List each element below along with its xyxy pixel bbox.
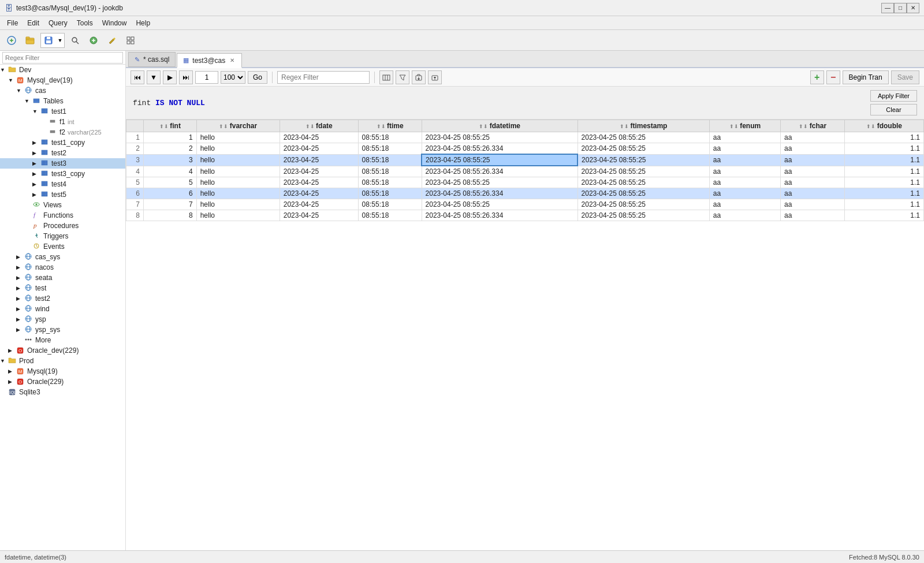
cell-fvarchar-5[interactable]: hello <box>196 177 280 188</box>
cell-fdatetime-8[interactable]: 2023-04-25 08:55:26.334 <box>422 210 578 221</box>
tree-arrow-ysp[interactable]: ▶ <box>16 316 24 322</box>
tree-item-events[interactable]: Events <box>0 241 125 252</box>
cell-fint-2[interactable]: 2 <box>144 143 197 155</box>
tree-arrow-test3[interactable]: ▶ <box>32 161 40 166</box>
col-header-fdouble[interactable]: ⬆⬇ fdouble <box>845 120 924 132</box>
tree-arrow-nacos[interactable]: ▶ <box>16 264 24 270</box>
grid-icon-button[interactable] <box>122 32 139 49</box>
tree-item-test1_copy[interactable]: ▶test1_copy <box>0 137 125 148</box>
cell-fdatetime-5[interactable]: 2023-04-25 08:55:25 <box>422 177 578 188</box>
cell-fdouble-2[interactable]: 1.1 <box>845 143 924 155</box>
tree-item-test4[interactable]: ▶test4 <box>0 179 125 189</box>
cell-fint-1[interactable]: 1 <box>144 132 197 143</box>
save-dropdown[interactable]: ▼ <box>56 33 64 47</box>
cell-fenum-2[interactable]: aa <box>709 143 780 155</box>
tree-item-seata[interactable]: ▶seata <box>0 273 125 283</box>
cell-fchar-6[interactable]: aa <box>781 188 845 199</box>
table-row[interactable]: 44hello2023-04-2508:55:182023-04-25 08:5… <box>126 166 924 177</box>
tree-arrow-test1_copy[interactable]: ▶ <box>32 140 40 146</box>
cell-fvarchar-4[interactable]: hello <box>196 166 280 177</box>
cell-fdatetime-7[interactable]: 2023-04-25 08:55:25 <box>422 199 578 210</box>
tree-item-functions[interactable]: fFunctions <box>0 210 125 221</box>
col-header-ftimestamp[interactable]: ⬆⬇ ftimestamp <box>578 120 709 132</box>
import-button[interactable] <box>85 32 102 49</box>
col-header-fvarchar[interactable]: ⬆⬇ fvarchar <box>196 120 280 132</box>
cell-ftimestamp-4[interactable]: 2023-04-25 08:55:25 <box>578 166 709 177</box>
cell-fenum-7[interactable]: aa <box>709 199 780 210</box>
cell-fint-3[interactable]: 3 <box>144 154 197 166</box>
table-row[interactable]: 11hello2023-04-2508:55:182023-04-25 08:5… <box>126 132 924 143</box>
cell-fdouble-4[interactable]: 1.1 <box>845 166 924 177</box>
tree-arrow-seata[interactable]: ▶ <box>16 275 24 281</box>
filter-button[interactable] <box>396 70 409 84</box>
tree-item-triggers[interactable]: Triggers <box>0 231 125 241</box>
maximize-button[interactable]: □ <box>894 3 907 13</box>
cell-fdatetime-1[interactable]: 2023-04-25 08:55:25 <box>422 132 578 143</box>
tree-arrow-test1[interactable]: ▼ <box>32 109 40 114</box>
clear-filter-button[interactable]: Clear <box>870 104 917 115</box>
cell-fdate-3[interactable]: 2023-04-25 <box>280 154 358 166</box>
tree-arrow-oracle-prod[interactable]: ▶ <box>8 379 16 385</box>
save-data-button[interactable]: Save <box>891 70 919 84</box>
cell-ftime-6[interactable]: 08:55:18 <box>358 188 422 199</box>
tree-item-tables[interactable]: ▼Tables <box>0 96 125 106</box>
cell-fint-5[interactable]: 5 <box>144 177 197 188</box>
connect-button[interactable] <box>3 32 20 49</box>
tree-item-test5[interactable]: ▶test5 <box>0 189 125 200</box>
cell-ftimestamp-3[interactable]: 2023-04-25 08:55:25 <box>578 154 709 166</box>
col-header-fchar[interactable]: ⬆⬇ fchar <box>781 120 845 132</box>
cell-ftime-2[interactable]: 08:55:18 <box>358 143 422 155</box>
close-button[interactable]: ✕ <box>907 3 919 13</box>
save-button[interactable] <box>41 33 56 47</box>
cell-ftimestamp-1[interactable]: 2023-04-25 08:55:25 <box>578 132 709 143</box>
tree-item-test2-schema[interactable]: ▶test2 <box>0 293 125 304</box>
cell-fdouble-7[interactable]: 1.1 <box>845 199 924 210</box>
tree-arrow-mysql-prod[interactable]: ▶ <box>8 368 16 374</box>
cell-ftimestamp-8[interactable]: 2023-04-25 08:55:25 <box>578 210 709 221</box>
last-page-button[interactable]: ⏭ <box>179 70 193 84</box>
table-row[interactable]: 77hello2023-04-2508:55:182023-04-25 08:5… <box>126 199 924 210</box>
import-data-button[interactable] <box>428 70 442 84</box>
minimize-button[interactable]: — <box>881 3 894 13</box>
cell-ftime-8[interactable]: 08:55:18 <box>358 210 422 221</box>
tree-arrow-test2[interactable]: ▶ <box>32 150 40 156</box>
tree-arrow-cas_sys[interactable]: ▶ <box>16 254 24 260</box>
cell-fdouble-5[interactable]: 1.1 <box>845 177 924 188</box>
tree-arrow-test2-schema[interactable]: ▶ <box>16 296 24 301</box>
tab-close-button[interactable]: ✕ <box>229 57 236 64</box>
begin-tran-button[interactable]: Begin Tran <box>843 70 889 84</box>
table-row[interactable]: 55hello2023-04-2508:55:182023-04-25 08:5… <box>126 177 924 188</box>
tree-arrow-test4[interactable]: ▶ <box>32 181 40 187</box>
tree-item-wind[interactable]: ▶wind <box>0 304 125 314</box>
tree-arrow-test5[interactable]: ▶ <box>32 192 40 197</box>
cell-fchar-8[interactable]: aa <box>781 210 845 221</box>
cell-fdate-5[interactable]: 2023-04-25 <box>280 177 358 188</box>
tree-arrow-test3_copy[interactable]: ▶ <box>32 171 40 177</box>
menu-help[interactable]: Help <box>131 18 155 28</box>
tree-item-test1[interactable]: ▼test1 <box>0 106 125 117</box>
col-header-fdate[interactable]: ⬆⬇ fdate <box>280 120 358 132</box>
menu-query[interactable]: Query <box>44 18 72 28</box>
cell-fchar-3[interactable]: aa <box>781 154 845 166</box>
menu-window[interactable]: Window <box>98 18 132 28</box>
cell-fdatetime-2[interactable]: 2023-04-25 08:55:26.334 <box>422 143 578 155</box>
cell-fenum-6[interactable]: aa <box>709 188 780 199</box>
tree-item-f1[interactable]: f1int <box>0 117 125 127</box>
next-page-button[interactable]: ▶ <box>163 70 177 84</box>
tree-item-procedures[interactable]: pProcedures <box>0 221 125 231</box>
sidebar-filter-input[interactable] <box>2 52 123 64</box>
cell-fenum-5[interactable]: aa <box>709 177 780 188</box>
cell-fdate-4[interactable]: 2023-04-25 <box>280 166 358 177</box>
cell-fenum-3[interactable]: aa <box>709 154 780 166</box>
table-row[interactable]: 66hello2023-04-2508:55:182023-04-25 08:5… <box>126 188 924 199</box>
tab-cas-sql[interactable]: ✎ * cas.sql <box>128 52 176 67</box>
cell-ftimestamp-7[interactable]: 2023-04-25 08:55:25 <box>578 199 709 210</box>
cell-fdatetime-6[interactable]: 2023-04-25 08:55:26.334 <box>422 188 578 199</box>
tree-arrow-mysql-dev[interactable]: ▼ <box>8 77 16 83</box>
tree-item-more[interactable]: More <box>0 335 125 345</box>
cell-ftimestamp-5[interactable]: 2023-04-25 08:55:25 <box>578 177 709 188</box>
cell-fdouble-1[interactable]: 1.1 <box>845 132 924 143</box>
cell-ftime-5[interactable]: 08:55:18 <box>358 177 422 188</box>
cell-fchar-2[interactable]: aa <box>781 143 845 155</box>
table-row[interactable]: 88hello2023-04-2508:55:182023-04-25 08:5… <box>126 210 924 221</box>
